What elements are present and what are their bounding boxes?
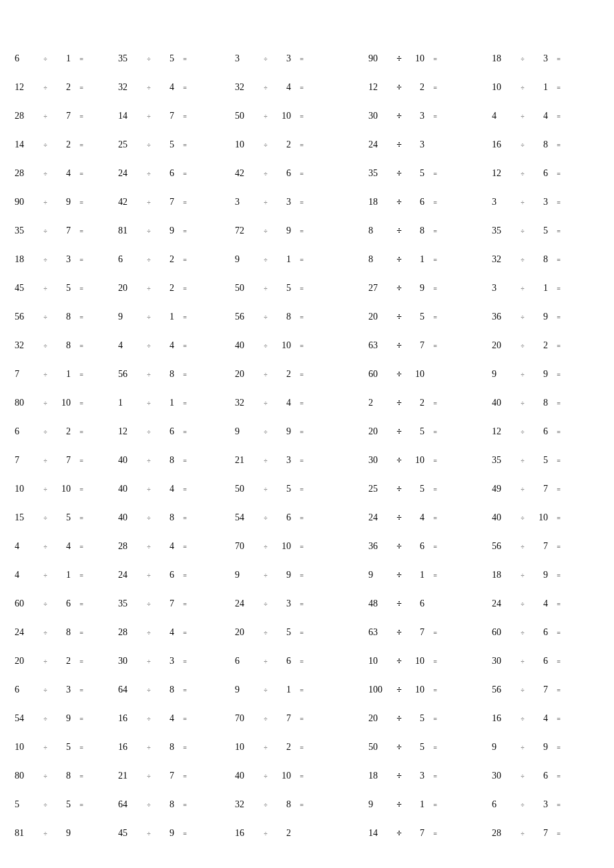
operator: ÷ <box>141 658 157 665</box>
operand-b: 1 <box>531 82 551 93</box>
operand-a: 9 <box>234 685 258 695</box>
operand-b: 5 <box>407 484 427 494</box>
operand-b: 10 <box>274 340 294 351</box>
equals-sign: = <box>177 428 193 436</box>
operator: ÷ <box>258 84 274 91</box>
operand-a: 20 <box>13 656 37 667</box>
operator: ÷ <box>391 168 407 179</box>
operator: ÷ <box>515 830 531 837</box>
operand-a: 12 <box>117 426 141 437</box>
operand-b: 3 <box>53 685 73 695</box>
operator: ÷ <box>37 457 53 464</box>
equals-sign: = <box>551 170 567 177</box>
equals-sign: = <box>177 457 193 464</box>
operator: ÷ <box>515 113 531 120</box>
equals-sign: = <box>177 830 193 837</box>
operand-b: 5 <box>274 484 294 494</box>
operand-b: 6 <box>531 426 551 437</box>
equation-cell: 18÷9= <box>491 570 601 580</box>
equation-cell: 18÷3= <box>491 53 601 64</box>
operand-b: 1 <box>53 570 73 580</box>
operand-a: 3 <box>234 53 258 64</box>
operand-a: 60 <box>13 598 37 609</box>
equals-sign: = <box>177 744 193 751</box>
operator: ÷ <box>391 369 407 380</box>
equals-sign: = <box>427 514 443 522</box>
operand-b: 8 <box>407 226 427 236</box>
equation-cell: 28÷4= <box>117 541 234 552</box>
operand-b: 8 <box>53 340 73 351</box>
equation-cell: 35÷7= <box>117 598 234 609</box>
equals-sign: = <box>73 543 89 550</box>
operand-b: 4 <box>53 541 73 552</box>
operator: ÷ <box>258 629 274 636</box>
operator: ÷ <box>37 830 53 837</box>
operand-a: 9 <box>117 312 141 322</box>
operand-b: 7 <box>531 484 551 494</box>
equals-sign: = <box>177 801 193 809</box>
operand-a: 35 <box>367 168 391 179</box>
operand-b: 9 <box>531 570 551 580</box>
worksheet-row: 14÷2=25÷5=10÷2=24÷316÷8= <box>13 139 601 150</box>
operand-a: 50 <box>234 484 258 494</box>
equals-sign: = <box>551 400 567 407</box>
equals-sign: = <box>294 457 310 464</box>
equals-sign: = <box>427 428 443 436</box>
operand-a: 70 <box>234 713 258 724</box>
operator: ÷ <box>515 486 531 493</box>
equals-sign: = <box>294 113 310 120</box>
operator: ÷ <box>391 312 407 322</box>
operator: ÷ <box>141 830 157 837</box>
equation-cell: 14÷2= <box>13 139 117 150</box>
equals-sign: = <box>177 113 193 120</box>
equation-cell: 56÷7= <box>491 541 601 552</box>
equals-sign: = <box>427 687 443 694</box>
operand-b: 3 <box>531 799 551 810</box>
operand-a: 21 <box>117 771 141 781</box>
operand-a: 35 <box>13 226 37 236</box>
operand-b: 8 <box>157 799 177 810</box>
operand-a: 14 <box>117 111 141 121</box>
operand-b: 2 <box>407 82 427 93</box>
equation-cell: 63÷7= <box>367 340 491 351</box>
operand-b: 7 <box>157 111 177 121</box>
operator: ÷ <box>515 744 531 751</box>
equals-sign: = <box>551 600 567 608</box>
operand-a: 25 <box>367 484 391 494</box>
operator: ÷ <box>141 486 157 493</box>
equals-sign: = <box>73 84 89 91</box>
operator: ÷ <box>258 400 274 407</box>
operand-a: 40 <box>117 455 141 466</box>
operator: ÷ <box>391 254 407 265</box>
equals-sign: = <box>551 457 567 464</box>
equation-cell: 3÷1= <box>491 283 601 294</box>
operand-a: 4 <box>491 111 515 121</box>
equation-cell: 6÷2= <box>13 426 117 437</box>
equals-sign: = <box>177 572 193 579</box>
operand-b: 6 <box>407 541 427 552</box>
operand-a: 6 <box>13 426 37 437</box>
equals-sign: = <box>177 600 193 608</box>
operand-a: 56 <box>491 685 515 695</box>
operand-b: 5 <box>157 139 177 150</box>
operator: ÷ <box>141 55 157 63</box>
operand-b: 5 <box>407 312 427 322</box>
equation-cell: 60÷10 <box>367 369 491 380</box>
equation-cell: 24÷3 <box>367 139 491 150</box>
operand-a: 6 <box>13 685 37 695</box>
equation-cell: 54÷6= <box>234 512 367 523</box>
operand-a: 40 <box>234 340 258 351</box>
operator: ÷ <box>258 486 274 493</box>
operand-b: 3 <box>274 197 294 207</box>
operand-b: 7 <box>53 111 73 121</box>
operator: ÷ <box>515 228 531 235</box>
operand-b: 1 <box>53 369 73 380</box>
equals-sign: = <box>427 744 443 751</box>
operand-a: 15 <box>13 512 37 523</box>
operator: ÷ <box>258 514 274 522</box>
operator: ÷ <box>515 342 531 350</box>
operand-a: 9 <box>367 570 391 580</box>
equals-sign: = <box>177 486 193 493</box>
equation-cell: 30÷10= <box>367 455 491 466</box>
operand-a: 27 <box>367 283 391 294</box>
